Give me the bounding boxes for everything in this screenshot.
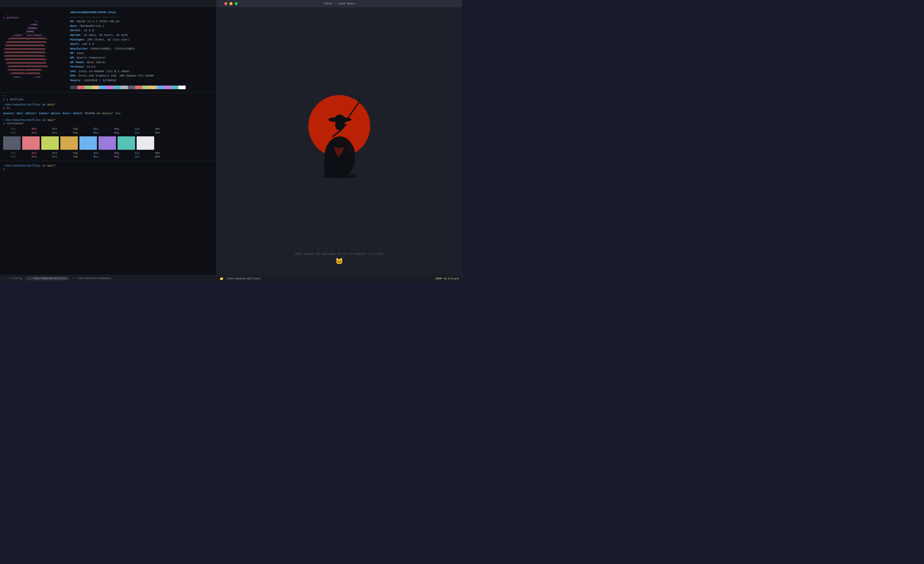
label-blk-2: BlkBlk [3, 151, 24, 159]
color-block-mag [99, 136, 116, 150]
emacs-image-area [301, 12, 378, 252]
color-block-red [22, 136, 40, 150]
emacs-maximize-button[interactable] [235, 2, 238, 5]
neofetch-resolution: Resolution: 2560x1440@2x, 1792x1120@2x [70, 46, 213, 51]
neofetch-os: OS: macOS 13.4.1 22F82 x86_64 [70, 20, 213, 24]
color-block-grn [41, 136, 59, 150]
neofetch-section: ~ ❯ neofetch 'c. ,xNMM. .OMMMMo OMMM0, .… [0, 7, 216, 91]
emacs-status-text: Doom loaded 266 packages across 54 modul… [222, 252, 457, 255]
emacs-minimize-button[interactable] [230, 2, 232, 5]
final-cmd-line: ❯ _ [3, 167, 213, 171]
label-blu-2: BluBlu [86, 151, 106, 159]
ls-path-line: ~/dev/eduarbo/dotfiles on main* [3, 103, 213, 106]
ls-cmd-line: ❯ ls [3, 106, 213, 110]
emacs-modeline: 📁 ~/dev/eduarbo/dotfiles/ DOOM v3.0.0-pr… [217, 275, 462, 282]
final-prompt-section: ~/dev/eduarbo/dotfiles on main* ❯ _ [0, 163, 216, 172]
prompt-j-dotfiles: ❯ j dotfiles [3, 98, 213, 101]
neofetch-host: Host: MacBookPro16,1 [70, 24, 213, 28]
label-grn-2: GrnGrn [44, 151, 65, 159]
neofetch-de: DE: Aqua [70, 51, 213, 56]
tab-doomemacs[interactable]: • ~/dev/eduarbo/doomemacs [70, 277, 114, 280]
terminal-titlebar [0, 0, 216, 7]
colorpanes-prompt-section: ~/dev/eduarbo/dotfiles on main* ❯ colorp… [0, 117, 216, 126]
neofetch-packages: Packages: 298 (brew), 62 (nix-user) [70, 38, 213, 42]
terminal-bottom-bar: • ~/.config • ~/dev/eduarbo/dotfiles • ~… [0, 275, 216, 282]
neofetch-terminal: Terminal: kitty [70, 65, 213, 69]
label-mag-1: MagMag [106, 127, 127, 135]
color-block-blu [80, 136, 97, 150]
emacs-content: Doom loaded 266 packages across 54 modul… [217, 7, 462, 275]
color-block-ylw [60, 136, 78, 150]
neofetch-wm: WM: Quartz Compositor [70, 56, 213, 60]
color-bottom-labels: BlkBlk RedRed GrnGrn YlwYlw BluBlu MagMa… [0, 151, 216, 160]
section-divider-1 [0, 92, 216, 93]
colorpanes-cmd-line: ❯ colorpanes [3, 122, 213, 125]
j-dotfiles-section: ~ ❯ j dotfiles [0, 94, 216, 102]
label-cyn-1: CynCyn [127, 127, 147, 135]
terminal-panel: ~ ❯ neofetch 'c. ,xNMM. .OMMMMo OMMM0, .… [0, 0, 217, 282]
color-top-labels: BlkBlk RedRed GrnGrn YlwYlw BluBlu MagMa… [0, 126, 216, 135]
neofetch-kernel: Kernel: 22.5.0 [70, 28, 213, 33]
modeline-path: ~/dev/eduarbo/dotfiles/ [226, 278, 261, 280]
neofetch-wm-theme: WM Theme: Blue (Dark) [70, 60, 213, 65]
label-blu-1: BluBlu [86, 127, 106, 135]
label-red-2: RedRed [24, 151, 44, 159]
emacs-bottom-info: Doom loaded 266 packages across 54 modul… [222, 252, 457, 270]
label-blk-1: BlkBlk [3, 127, 24, 135]
ls-output: assets/ dev/ editor/ linux/ macos/ misc/… [0, 111, 216, 117]
emacs-cat-icon: 🐱 [222, 258, 457, 265]
label-ylw-1: YlwYlw [65, 127, 86, 135]
samurai-illustration [301, 85, 378, 180]
label-wht-1: WhtWht [147, 127, 168, 135]
emacs-titlebar: *doom* – Doom Emacs [217, 0, 462, 7]
emacs-title: *doom* – Doom Emacs [323, 2, 355, 5]
neofetch-user: eduarbo@EDCMXENLT0038.local [70, 10, 213, 15]
prompt-tilde-1: ~ [3, 94, 213, 98]
neofetch-cpu: CPU: Intel i9-9980HK (16) @ 2.40GHz [70, 69, 213, 74]
neofetch-uptime: Uptime: 16 days, 10 hours, 10 mins [70, 33, 213, 38]
final-path-line: ~/dev/eduarbo/dotfiles on main* [3, 164, 213, 167]
color-block-wht [136, 136, 154, 150]
modeline-version: DOOM v3.0.0-pre [436, 278, 459, 280]
svg-line-6 [358, 98, 360, 103]
label-wht-2: WhtWht [147, 151, 168, 159]
neofetch-ascii-art: ~ ❯ neofetch 'c. ,xNMM. .OMMMMo OMMM0, .… [3, 9, 70, 89]
label-mag-2: MagMag [106, 151, 127, 159]
ls-prompt-section: ~/dev/eduarbo/dotfiles on main* ❯ ls [0, 102, 216, 111]
label-ylw-2: YlwYlw [65, 151, 86, 159]
label-grn-1: GrnGrn [44, 127, 65, 135]
neofetch-info: eduarbo@EDCMXENLT0038.local ------------… [70, 9, 213, 89]
neofetch-divider: ----------------------------- [70, 15, 213, 20]
label-cyn-2: CynCyn [127, 151, 147, 159]
label-red-1: RedRed [24, 127, 44, 135]
modeline-left: 📁 ~/dev/eduarbo/dotfiles/ [220, 277, 261, 281]
folder-icon: 📁 [220, 277, 224, 281]
tab-config[interactable]: • ~/.config [2, 277, 25, 280]
neofetch-shell: Shell: zsh 5.9 [70, 42, 213, 46]
colorpanes-path-line: ~/dev/eduarbo/dotfiles on main* [3, 118, 213, 122]
neofetch-gpu: GPU: Intel UHD Graphics 630, AMD Radeon … [70, 74, 213, 78]
color-block-cyn [118, 136, 135, 150]
section-divider-2 [0, 161, 216, 161]
color-blocks-container [0, 135, 216, 151]
svg-point-4 [335, 115, 344, 122]
neofetch-memory: Memory: 16054MiB / 32768MiB [70, 78, 213, 83]
terminal-content: ~ ❯ neofetch 'c. ,xNMM. .OMMMMo OMMM0, .… [0, 7, 216, 275]
emacs-close-button[interactable] [224, 2, 227, 5]
color-block-blk [3, 136, 21, 150]
color-swatch-bar [70, 86, 213, 89]
tab-dotfiles[interactable]: • ~/dev/eduarbo/dotfiles [26, 277, 69, 280]
emacs-panel: *doom* – Doom Emacs [217, 0, 462, 282]
